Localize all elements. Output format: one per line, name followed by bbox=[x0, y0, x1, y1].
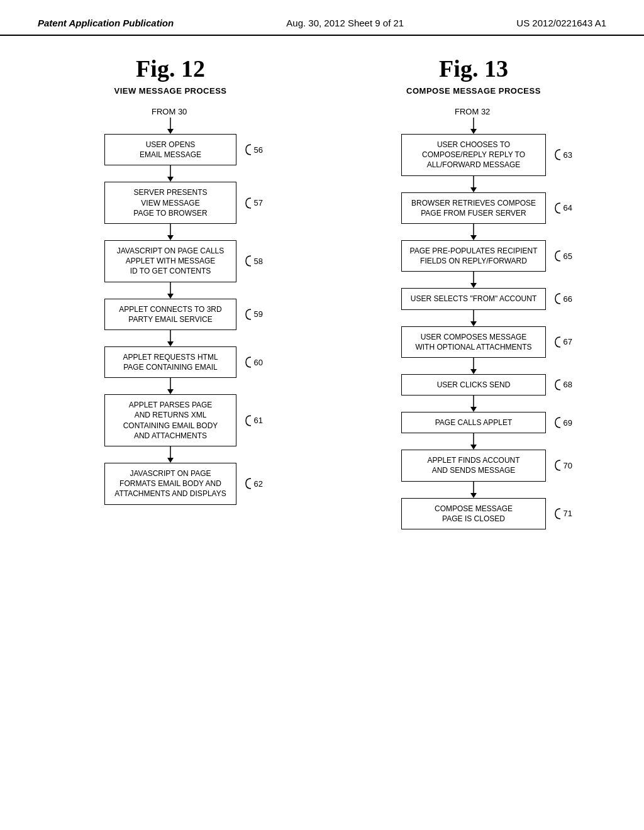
step-67-box: USER COMPOSES MESSAGE WITH OPTIONAL ATTA… bbox=[401, 326, 546, 358]
step-57-num-text: 57 bbox=[254, 198, 263, 208]
step-60-container: APPLET REQUESTS HTML PAGE CONTAINING EMA… bbox=[104, 346, 236, 378]
fig13-title: Fig. 13 bbox=[439, 55, 508, 82]
step-69-num-text: 69 bbox=[564, 418, 572, 428]
step-67-container: USER COMPOSES MESSAGE WITH OPTIONAL ATTA… bbox=[401, 326, 546, 358]
svg-marker-9 bbox=[167, 341, 174, 346]
fig13-flow: FROM 32USER CHOOSES TO COMPOSE/REPLY REP… bbox=[398, 107, 549, 529]
step-57-label: 57 bbox=[245, 197, 263, 209]
step-62-box: JAVASCRIPT ON PAGE FORMATS EMAIL BODY AN… bbox=[104, 463, 236, 505]
step-64-label: 64 bbox=[554, 202, 572, 214]
step-67-label: 67 bbox=[554, 336, 572, 348]
step-71-container: COMPOSE MESSAGE PAGE IS CLOSED71 bbox=[401, 498, 546, 529]
svg-marker-5 bbox=[167, 235, 174, 240]
fig12-flow: FROM 30USER OPENS EMAIL MESSAGE56SERVER … bbox=[101, 107, 240, 505]
fig12-title: Fig. 12 bbox=[136, 55, 205, 82]
step-62-container: JAVASCRIPT ON PAGE FORMATS EMAIL BODY AN… bbox=[104, 463, 236, 505]
step-66-label: 66 bbox=[554, 292, 572, 305]
step-64-container: BROWSER RETRIEVES COMPOSE PAGE FROM FUSE… bbox=[401, 192, 546, 224]
flow-arrow bbox=[398, 482, 549, 498]
step-61-label: 61 bbox=[245, 414, 263, 427]
flow-arrow bbox=[398, 118, 549, 134]
step-63-num-text: 63 bbox=[564, 150, 572, 160]
step-62-label: 62 bbox=[245, 477, 263, 490]
svg-marker-21 bbox=[470, 283, 477, 288]
svg-marker-29 bbox=[470, 445, 477, 450]
step-56-container: USER OPENS EMAIL MESSAGE56 bbox=[104, 134, 236, 165]
step-70-box: APPLET FINDS ACCOUNT AND SENDS MESSAGE bbox=[401, 450, 546, 481]
svg-marker-27 bbox=[470, 407, 477, 412]
step-61-box: APPLET PARSES PAGE AND RETURNS XML CONTA… bbox=[104, 394, 236, 446]
header-patent-number: US 2012/0221643 A1 bbox=[516, 18, 606, 28]
svg-marker-13 bbox=[167, 458, 174, 463]
step-58-label: 58 bbox=[245, 255, 263, 267]
step-61-num-text: 61 bbox=[254, 416, 263, 425]
step-68-num-text: 68 bbox=[564, 380, 572, 389]
svg-marker-11 bbox=[167, 389, 174, 394]
step-56-label: 56 bbox=[245, 143, 263, 156]
page-header: Patent Application Publication Aug. 30, … bbox=[0, 0, 644, 36]
step-67-num-text: 67 bbox=[564, 337, 572, 346]
flow-arrow bbox=[398, 272, 549, 288]
step-66-num-text: 66 bbox=[564, 294, 572, 304]
step-59-box: APPLET CONNECTS TO 3RD PARTY EMAIL SERVI… bbox=[104, 299, 236, 330]
step-70-container: APPLET FINDS ACCOUNT AND SENDS MESSAGE70 bbox=[401, 450, 546, 481]
flow-arrow bbox=[398, 396, 549, 412]
step-65-label: 65 bbox=[554, 250, 572, 262]
step-56-num-text: 56 bbox=[254, 145, 263, 155]
step-69-container: PAGE CALLS APPLET69 bbox=[401, 412, 546, 433]
flow-arrow bbox=[398, 433, 549, 450]
step-58-num-text: 58 bbox=[254, 257, 263, 266]
step-62-num-text: 62 bbox=[254, 479, 263, 489]
step-66-container: USER SELECTS "FROM" ACCOUNT66 bbox=[401, 288, 546, 309]
step-65-container: PAGE PRE-POPULATES RECIPIENT FIELDS ON R… bbox=[401, 240, 546, 272]
svg-marker-15 bbox=[470, 129, 477, 134]
step-66-box: USER SELECTS "FROM" ACCOUNT bbox=[401, 288, 546, 309]
flow-arrow bbox=[398, 224, 549, 240]
step-70-label: 70 bbox=[554, 459, 572, 472]
svg-marker-7 bbox=[167, 294, 174, 299]
step-68-container: USER CLICKS SEND68 bbox=[401, 374, 546, 396]
fig12-subtitle: VIEW MESSAGE PROCESS bbox=[114, 86, 226, 96]
svg-marker-25 bbox=[470, 369, 477, 374]
flow-arrow bbox=[398, 310, 549, 326]
step-58-box: JAVASCRIPT ON PAGE CALLS APPLET WITH MES… bbox=[104, 240, 236, 282]
step-69-label: 69 bbox=[554, 416, 572, 429]
step-59-container: APPLET CONNECTS TO 3RD PARTY EMAIL SERVI… bbox=[104, 299, 236, 330]
fig12-flow-from-label: FROM 30 bbox=[152, 107, 187, 116]
fig13-diagram: Fig. 13 COMPOSE MESSAGE PROCESS FROM 32U… bbox=[328, 55, 619, 529]
step-71-label: 71 bbox=[554, 507, 572, 520]
header-publication-type: Patent Application Publication bbox=[38, 18, 174, 28]
flow-arrow bbox=[101, 165, 240, 182]
step-60-label: 60 bbox=[245, 356, 263, 368]
step-65-box: PAGE PRE-POPULATES RECIPIENT FIELDS ON R… bbox=[401, 240, 546, 272]
content-area: Fig. 12 VIEW MESSAGE PROCESS FROM 30USER… bbox=[0, 36, 644, 548]
step-60-box: APPLET REQUESTS HTML PAGE CONTAINING EMA… bbox=[104, 346, 236, 378]
step-57-box: SERVER PRESENTS VIEW MESSAGE PAGE TO BRO… bbox=[104, 182, 236, 224]
svg-marker-17 bbox=[470, 187, 477, 192]
flow-arrow bbox=[101, 224, 240, 240]
step-59-num-text: 59 bbox=[254, 309, 263, 319]
flow-arrow bbox=[101, 446, 240, 463]
svg-marker-31 bbox=[470, 493, 477, 498]
flow-arrow bbox=[101, 330, 240, 346]
step-70-num-text: 70 bbox=[564, 461, 572, 470]
step-57-container: SERVER PRESENTS VIEW MESSAGE PAGE TO BRO… bbox=[104, 182, 236, 224]
step-61-container: APPLET PARSES PAGE AND RETURNS XML CONTA… bbox=[104, 394, 236, 446]
step-68-label: 68 bbox=[554, 379, 572, 391]
fig13-flow-from-label: FROM 32 bbox=[455, 107, 490, 116]
step-69-box: PAGE CALLS APPLET bbox=[401, 412, 546, 433]
step-58-container: JAVASCRIPT ON PAGE CALLS APPLET WITH MES… bbox=[104, 240, 236, 282]
flow-arrow bbox=[101, 378, 240, 394]
fig12-diagram: Fig. 12 VIEW MESSAGE PROCESS FROM 30USER… bbox=[25, 55, 316, 529]
svg-marker-3 bbox=[167, 177, 174, 182]
flow-arrow bbox=[398, 358, 549, 374]
step-63-box: USER CHOOSES TO COMPOSE/REPLY REPLY TO A… bbox=[401, 134, 546, 176]
flow-arrow bbox=[101, 282, 240, 299]
step-63-label: 63 bbox=[554, 148, 572, 161]
svg-marker-1 bbox=[167, 129, 174, 134]
header-date-sheet: Aug. 30, 2012 Sheet 9 of 21 bbox=[286, 18, 404, 28]
step-63-container: USER CHOOSES TO COMPOSE/REPLY REPLY TO A… bbox=[401, 134, 546, 176]
svg-marker-19 bbox=[470, 235, 477, 240]
step-65-num-text: 65 bbox=[564, 252, 572, 261]
step-59-label: 59 bbox=[245, 308, 263, 321]
